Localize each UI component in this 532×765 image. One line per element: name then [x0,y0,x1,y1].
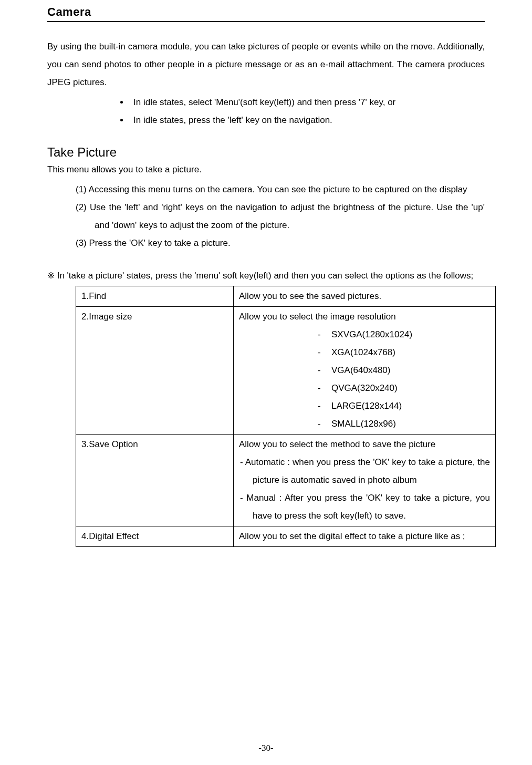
option-desc-intro: Allow you to select the method to save t… [239,436,490,453]
save-option-list: - Automatic : when you press the 'OK' ke… [239,453,490,525]
image-size-item: -SMALL(128x96) [318,415,490,433]
option-desc-intro: Allow you to select the image resolution [239,308,490,326]
table-row: 2.Image size Allow you to select the ima… [76,307,496,435]
step-item: (3) Press the 'OK' key to take a picture… [76,234,485,252]
option-desc: Allow you to select the method to save t… [234,435,496,526]
image-size-value: SMALL(128x96) [331,419,396,429]
page-root: Camera By using the built-in camera modu… [0,0,532,765]
option-desc: Allow you to set the digital effect to t… [234,526,496,547]
intro-bullets: In idle states, select 'Menu'(soft key(l… [47,94,485,129]
table-row: 1.Find Allow you to see the saved pictur… [76,286,496,307]
numbered-steps: (1) Accessing this menu turns on the cam… [47,181,485,252]
dash-icon: - [318,326,331,344]
save-option-item: - Manual : After you press the 'OK' key … [240,489,490,525]
option-name: 2.Image size [76,307,234,435]
option-name: 1.Find [76,286,234,307]
table-row: 4.Digital Effect Allow you to set the di… [76,526,496,547]
table-row: 3.Save Option Allow you to select the me… [76,435,496,526]
image-size-item: -LARGE(128x144) [318,397,490,415]
step-item: (2) Use the 'left' and 'right' keys on t… [76,199,485,234]
option-name: 3.Save Option [76,435,234,526]
dash-icon: - [318,397,331,415]
image-size-item: -SXVGA(1280x1024) [318,326,490,344]
bullet-item: In idle states, select 'Menu'(soft key(l… [129,94,485,111]
title-underline [47,21,485,22]
dash-icon: - [318,415,331,433]
section-subtitle: This menu allows you to take a picture. [47,161,485,179]
option-desc: Allow you to see the saved pictures. [234,286,496,307]
section-title: Take Picture [47,145,485,160]
dash-icon: - [318,344,331,361]
image-size-item: -XGA(1024x768) [318,344,490,361]
image-size-value: SXVGA(1280x1024) [331,329,412,339]
option-desc: Allow you to select the image resolution… [234,307,496,435]
page-title: Camera [47,5,485,19]
image-size-item: -VGA(640x480) [318,361,490,379]
image-size-value: LARGE(128x144) [331,401,402,411]
save-option-item: - Automatic : when you press the 'OK' ke… [240,453,490,489]
options-table: 1.Find Allow you to see the saved pictur… [76,286,496,547]
note-paragraph: ※ In 'take a picture' states, press the … [47,267,485,285]
option-name: 4.Digital Effect [76,526,234,547]
bullet-item: In idle states, press the 'left' key on … [129,111,485,129]
dash-icon: - [318,379,331,397]
intro-paragraph: By using the built-in camera module, you… [47,38,485,91]
dash-icon: - [318,361,331,379]
step-item: (1) Accessing this menu turns on the cam… [76,181,485,199]
image-size-value: VGA(640x480) [331,365,390,375]
image-size-value: QVGA(320x240) [331,383,398,393]
image-size-value: XGA(1024x768) [331,347,395,357]
image-size-item: -QVGA(320x240) [318,379,490,397]
options-table-wrap: 1.Find Allow you to see the saved pictur… [47,286,485,547]
page-number: -30- [0,743,532,753]
image-size-list: -SXVGA(1280x1024) -XGA(1024x768) -VGA(64… [239,326,490,433]
